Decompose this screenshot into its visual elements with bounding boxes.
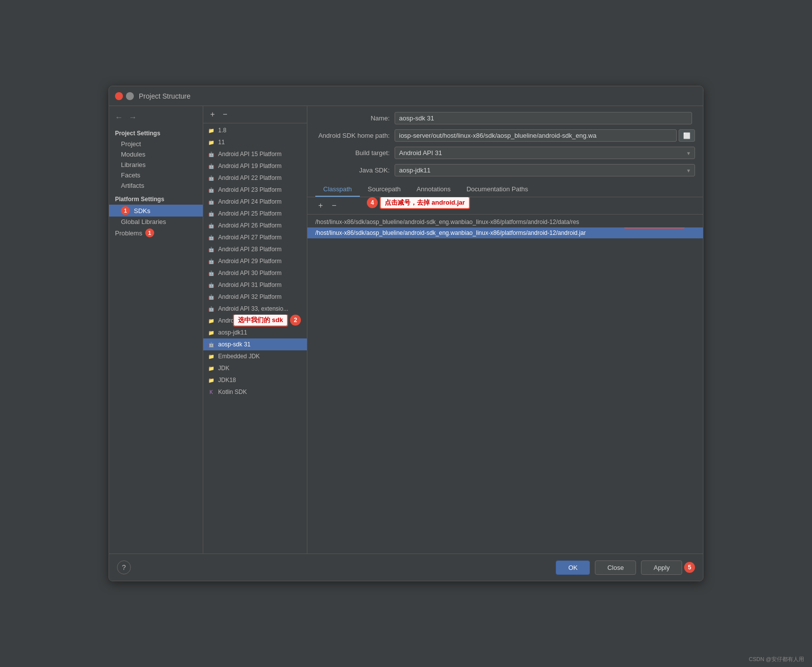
android-icon: 🤖	[207, 269, 215, 277]
android-icon: 🤖	[207, 293, 215, 301]
sdk-item-api27[interactable]: 🤖 Android API 27 Platform	[203, 231, 307, 243]
java-sdk-row: Java SDK: aosp-jdk11	[315, 164, 695, 176]
sdk-item-aosp-sdk31[interactable]: 🤖 aosp-sdk 31	[203, 338, 307, 350]
build-target-label: Build target:	[315, 149, 390, 157]
sdk-item-api31[interactable]: 🤖 Android API 31 Platform	[203, 279, 307, 291]
android-icon: 🤖	[207, 198, 215, 206]
help-button[interactable]: ?	[117, 560, 131, 574]
classpath-item-jar[interactable]: /host/linux-x86/sdk/aosp_blueline/androi…	[307, 227, 703, 238]
sdk-item-api23[interactable]: 🤖 Android API 23 Platform	[203, 184, 307, 196]
close-window-button[interactable]	[115, 92, 123, 100]
tab-documentation-paths[interactable]: Documentation Paths	[459, 182, 536, 197]
folder-icon: 📁	[207, 317, 215, 325]
add-classpath-button[interactable]: +	[315, 200, 326, 211]
bottom-bar: ? OK Close Apply 5	[109, 554, 703, 581]
annotation-select-android-jar: 选中 android.jar	[624, 227, 685, 228]
folder-icon: 📁	[207, 364, 215, 372]
build-target-select[interactable]: Android API 31	[395, 147, 695, 159]
form-area: Name: Android SDK home path: ⬜ Build tar…	[307, 106, 703, 182]
sidebar: ← → Project Settings Project Modules Lib…	[109, 106, 203, 554]
window-title: Project Structure	[139, 92, 190, 100]
project-structure-window: Project Structure ← → Project Settings P…	[109, 86, 703, 581]
sdk-home-input-group: ⬜	[395, 129, 695, 142]
name-label: Name:	[315, 114, 390, 122]
title-bar: Project Structure	[109, 86, 703, 106]
sidebar-item-modules[interactable]: Modules	[109, 149, 203, 160]
android-icon: 🤖	[207, 210, 215, 218]
sidebar-item-global-libraries[interactable]: Global Libraries	[109, 217, 203, 227]
close-button[interactable]: Close	[595, 560, 636, 575]
step4-badge: 4	[367, 197, 378, 208]
ok-button[interactable]: OK	[556, 560, 590, 575]
sdk-home-input[interactable]	[395, 129, 677, 142]
tab-classpath[interactable]: Classpath	[315, 182, 360, 197]
apply-button[interactable]: Apply	[641, 560, 682, 575]
nav-back-button[interactable]: ←	[113, 112, 125, 123]
remove-classpath-button[interactable]: −	[329, 200, 339, 211]
apply-group: Apply 5	[641, 560, 695, 575]
sidebar-item-problems[interactable]: Problems 1	[109, 227, 203, 239]
main-content: ← → Project Settings Project Modules Lib…	[109, 106, 703, 554]
step5-badge: 5	[684, 562, 695, 573]
sdk-item-api15[interactable]: 🤖 Android API 15 Platform	[203, 148, 307, 160]
minimize-window-button[interactable]	[126, 92, 134, 100]
build-target-row: Build target: Android API 31	[315, 147, 695, 159]
folder-icon: 📁	[207, 126, 215, 134]
sdk-item-api32[interactable]: 🤖 Android API 32 Platform	[203, 291, 307, 303]
android-icon: 🤖	[207, 245, 215, 253]
step2-badge: 2	[290, 315, 301, 326]
sdk-item-api30[interactable]: 🤖 Android API 30 Platform	[203, 267, 307, 279]
android-icon: 🤖	[207, 340, 215, 348]
sidebar-item-project[interactable]: Project	[109, 139, 203, 149]
classpath-section: + − 4 点击减号，去掉 android.jar /host/linux-x8…	[307, 197, 703, 554]
sidebar-item-facets[interactable]: Facets	[109, 170, 203, 180]
sdk-item-11[interactable]: 📁 11	[203, 136, 307, 148]
sdk-item-api33[interactable]: 🤖 Android API 33, extensio...	[203, 303, 307, 315]
sdk-item-api19[interactable]: 🤖 Android API 19 Platform	[203, 160, 307, 172]
nav-forward-button[interactable]: →	[127, 112, 139, 123]
android-icon: 🤖	[207, 257, 215, 265]
sdk-item-api24[interactable]: 🤖 Android API 24 Platform	[203, 196, 307, 208]
sdk-item-jdk18[interactable]: 📁 JDK18	[203, 374, 307, 386]
android-icon: 🤖	[207, 150, 215, 158]
build-target-select-wrapper: Android API 31	[395, 147, 695, 159]
middle-panel: + − 📁 1.8 📁 11 🤖 Android API 15 Platform	[203, 106, 307, 554]
sdk-item-kotlin[interactable]: K Kotlin SDK	[203, 386, 307, 398]
sdk-item-api29[interactable]: 🤖 Android API 29 Platform	[203, 255, 307, 267]
middle-toolbar: + −	[203, 106, 307, 123]
classpath-list: /host/linux-x86/sdk/aosp_blueline/androi…	[307, 215, 703, 554]
classpath-item-res[interactable]: /host/linux-x86/sdk/aosp_blueline/androi…	[307, 217, 703, 227]
sdk-item-jdk[interactable]: 📁 JDK	[203, 362, 307, 374]
sdk-item-api26[interactable]: 🤖 Android API 26 Platform	[203, 220, 307, 231]
sidebar-item-libraries[interactable]: Libraries	[109, 160, 203, 170]
tab-sourcepath[interactable]: Sourcepath	[360, 182, 409, 197]
title-bar-buttons	[115, 92, 134, 100]
bottom-left: ?	[117, 560, 131, 574]
sdk-item-api22[interactable]: 🤖 Android API 22 Platform	[203, 172, 307, 184]
annotation-remove-jar: 点击减号，去掉 android.jar	[380, 197, 470, 209]
classpath-toolbar: + − 4 点击减号，去掉 android.jar	[307, 197, 703, 215]
platform-settings-heading: Platform Settings	[109, 191, 203, 205]
android-icon: 🤖	[207, 305, 215, 313]
sdk-item-api25[interactable]: 🤖 Android API 25 Platform	[203, 208, 307, 220]
android-icon: 🤖	[207, 174, 215, 182]
name-row: Name:	[315, 112, 695, 124]
sidebar-item-sdks[interactable]: 1 SDKs	[109, 205, 203, 217]
sdk-item-aosp-jdk11[interactable]: 📁 aosp-jdk11	[203, 327, 307, 338]
name-input[interactable]	[395, 112, 692, 124]
remove-sdk-button[interactable]: −	[220, 109, 230, 120]
sdk-item-android-studio-java[interactable]: 📁 Android Studio java... 选中我们的 sdk 2	[203, 315, 307, 327]
browse-button[interactable]: ⬜	[679, 129, 695, 142]
sdk-list: 📁 1.8 📁 11 🤖 Android API 15 Platform 🤖 A…	[203, 123, 307, 554]
sdk-item-api28[interactable]: 🤖 Android API 28 Platform	[203, 243, 307, 255]
sdk-item-1.8[interactable]: 📁 1.8	[203, 124, 307, 136]
problems-badge: 1	[145, 228, 154, 237]
java-sdk-select[interactable]: aosp-jdk11	[395, 164, 695, 176]
sdk-item-embedded-jdk[interactable]: 📁 Embedded JDK	[203, 350, 307, 362]
sidebar-item-artifacts[interactable]: Artifacts	[109, 180, 203, 191]
add-sdk-button[interactable]: +	[207, 109, 218, 120]
right-panel: Name: Android SDK home path: ⬜ Build tar…	[307, 106, 703, 554]
android-icon: 🤖	[207, 162, 215, 170]
tab-annotations[interactable]: Annotations	[408, 182, 459, 197]
sdks-step-badge: 1	[121, 206, 130, 215]
